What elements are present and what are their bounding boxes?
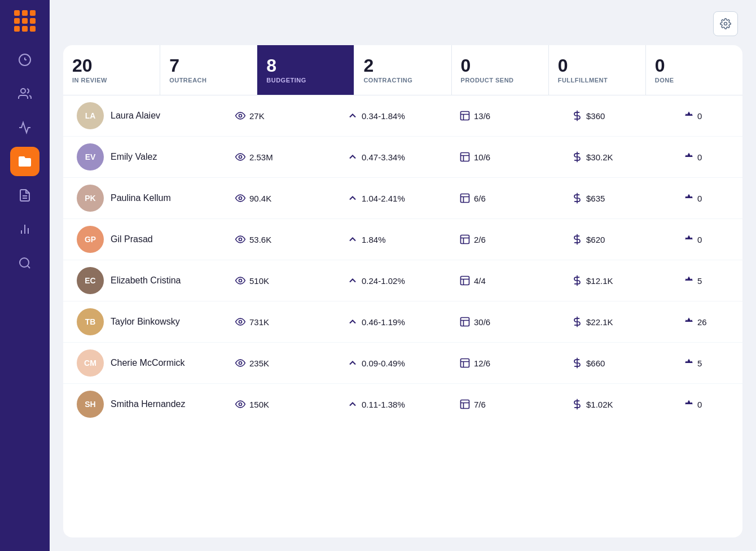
avatar-col: SH	[77, 391, 111, 418]
influencer-row[interactable]: GP Gil Prasad 53.6K 1.84% 2/6 $62	[63, 219, 742, 260]
stage-tab-contracting[interactable]: 2 CONTRACTING	[354, 45, 451, 95]
posts-icon	[459, 275, 471, 286]
influencer-row[interactable]: PK Paulina Kellum 90.4K 1.04-2.41% 6/6	[63, 178, 742, 219]
main-content: 20 IN REVIEW 7 OUTREACH 8 BUDGETING 2 CO…	[50, 0, 756, 551]
posts-icon	[459, 193, 471, 204]
stage-count: 2	[363, 56, 442, 75]
svg-point-9	[20, 258, 29, 267]
influencer-cost: $620	[572, 234, 684, 245]
stage-label: CONTRACTING	[363, 77, 442, 84]
influencer-row[interactable]: LA Laura Alaiev 27K 0.34-1.84% 13/6	[63, 95, 742, 137]
views-icon	[235, 357, 246, 369]
score-icon	[684, 276, 694, 286]
influencer-posts: 7/6	[459, 399, 572, 410]
stage-label: FULLFILLMENT	[558, 77, 636, 84]
influencer-cost: $360	[572, 110, 684, 121]
avatar-col: GP	[77, 226, 111, 253]
sidebar-item-analytics[interactable]	[10, 113, 39, 142]
influencer-row[interactable]: EV Emily Valez 2.53M 0.47-3.34% 10/6	[63, 137, 742, 178]
svg-point-24	[239, 279, 242, 282]
influencer-views: 27K	[235, 110, 347, 121]
influencer-views: 150K	[235, 399, 347, 410]
stage-tab-done[interactable]: 0 DONE	[646, 45, 742, 95]
posts-icon	[459, 234, 471, 245]
avatar: CM	[77, 349, 104, 377]
score-icon	[684, 111, 694, 121]
stage-label: BUDGETING	[266, 77, 345, 84]
engagement-icon	[347, 234, 358, 245]
influencer-row[interactable]: CM Cherie McCormick 235K 0.09-0.49% 12/6	[63, 343, 742, 384]
svg-rect-16	[461, 153, 469, 161]
app-logo	[14, 10, 36, 32]
sidebar-item-dashboard[interactable]	[10, 45, 39, 75]
influencer-engagement: 0.47-3.34%	[347, 151, 459, 163]
influencer-engagement: 1.84%	[347, 234, 459, 245]
influencer-posts: 30/6	[459, 316, 572, 327]
influencer-score: 0	[684, 234, 729, 244]
svg-line-10	[28, 266, 30, 268]
stage-count: 20	[72, 56, 151, 75]
svg-point-21	[239, 238, 242, 241]
stage-tab-fullfillment[interactable]: 0 FULLFILLMENT	[549, 45, 646, 95]
sidebar-item-chart[interactable]	[10, 215, 39, 244]
stage-tab-in-review[interactable]: 20 IN REVIEW	[63, 45, 160, 95]
score-icon	[684, 358, 694, 368]
stage-label: IN REVIEW	[72, 77, 151, 84]
influencer-posts: 4/4	[459, 275, 572, 286]
svg-point-27	[239, 321, 242, 323]
settings-button[interactable]	[713, 11, 738, 36]
sidebar-item-search[interactable]	[10, 248, 39, 278]
avatar: EC	[77, 267, 104, 294]
avatar-col: EC	[77, 267, 111, 294]
sidebar-item-files[interactable]	[10, 147, 39, 176]
influencer-views: 235K	[235, 357, 347, 369]
influencer-row[interactable]: TB Taylor Binkowsky 731K 0.46-1.19% 30/6	[63, 301, 742, 343]
avatar: LA	[77, 102, 104, 129]
influencer-name: Paulina Kellum	[111, 193, 235, 203]
svg-rect-31	[461, 359, 469, 368]
influencer-table: LA Laura Alaiev 27K 0.34-1.84% 13/6	[63, 95, 742, 537]
score-icon	[684, 234, 694, 244]
svg-rect-25	[461, 277, 469, 285]
engagement-icon	[347, 275, 358, 286]
stage-count: 7	[169, 56, 248, 75]
influencer-views: 510K	[235, 275, 347, 286]
influencer-name: Emily Valez	[111, 152, 235, 162]
sidebar	[0, 0, 50, 551]
score-icon	[684, 399, 694, 409]
svg-point-3	[21, 89, 25, 93]
page-header	[50, 0, 756, 45]
influencer-posts: 13/6	[459, 110, 572, 121]
stage-tab-product-send[interactable]: 0 PRODUCT SEND	[452, 45, 549, 95]
sidebar-item-users[interactable]	[10, 79, 39, 108]
influencer-name: Gil Prasad	[111, 234, 235, 244]
avatar: SH	[77, 391, 104, 418]
influencer-row[interactable]: SH Smitha Hernandez 150K 0.11-1.38% 7/6	[63, 384, 742, 425]
stage-count: 8	[266, 56, 345, 75]
content-panel: 20 IN REVIEW 7 OUTREACH 8 BUDGETING 2 CO…	[63, 45, 742, 537]
views-icon	[235, 193, 246, 204]
influencer-views: 731K	[235, 316, 347, 327]
stage-tab-budgeting[interactable]: 8 BUDGETING	[257, 45, 354, 95]
cost-icon	[572, 151, 583, 163]
influencer-row[interactable]: EC Elizabeth Cristina 510K 0.24-1.02% 4/…	[63, 260, 742, 301]
influencer-views: 53.6K	[235, 234, 347, 245]
influencer-name: Smitha Hernandez	[111, 399, 235, 409]
influencer-score: 5	[684, 358, 729, 368]
sidebar-item-notes[interactable]	[10, 181, 39, 210]
stage-tab-outreach[interactable]: 7 OUTREACH	[160, 45, 257, 95]
svg-point-12	[239, 115, 242, 117]
views-icon	[235, 151, 246, 163]
influencer-cost: $1.02K	[572, 399, 684, 410]
influencer-posts: 2/6	[459, 234, 572, 245]
stage-tabs: 20 IN REVIEW 7 OUTREACH 8 BUDGETING 2 CO…	[63, 45, 742, 95]
influencer-name: Elizabeth Cristina	[111, 276, 235, 286]
posts-icon	[459, 316, 471, 327]
engagement-icon	[347, 193, 358, 204]
stage-count: 0	[461, 56, 539, 75]
cost-icon	[572, 357, 583, 369]
influencer-engagement: 0.34-1.84%	[347, 110, 459, 121]
influencer-score: 0	[684, 152, 729, 162]
score-icon	[684, 152, 694, 162]
svg-point-15	[239, 156, 242, 159]
